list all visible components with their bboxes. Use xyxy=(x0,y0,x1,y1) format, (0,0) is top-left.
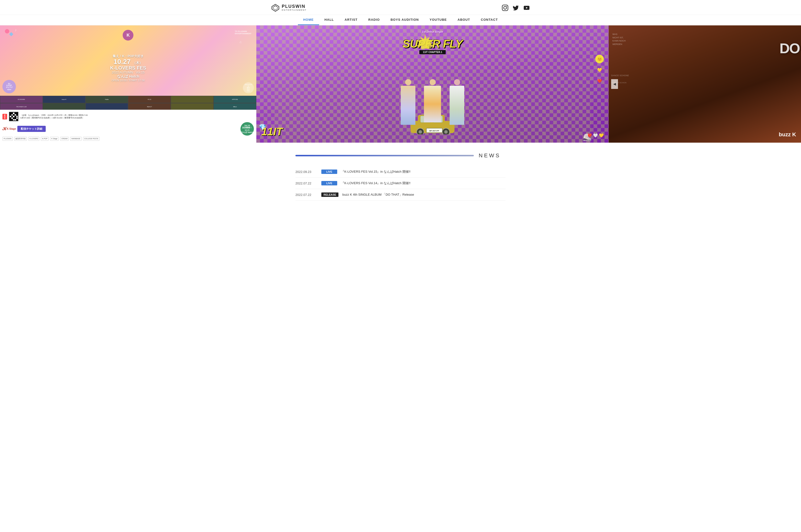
svg-marker-1 xyxy=(273,6,278,10)
main-nav: HOME HALL ARTIST RADIO BOYS AUDITION YOU… xyxy=(0,15,801,25)
twitter-icon[interactable] xyxy=(513,4,519,11)
logo[interactable]: PLUSWIN ENTERTAINMENT xyxy=(271,3,307,12)
artist-thumb-mfect: Mfect xyxy=(213,103,256,110)
sponsor-cream: CREAM xyxy=(60,137,69,141)
sponsor-kpop: K-POP xyxy=(41,137,49,141)
nav-boys-audition[interactable]: BOYS AUDITION xyxy=(385,15,424,25)
nav-radio[interactable]: RADIO xyxy=(363,15,385,25)
new-badge: NEW xyxy=(2,114,7,119)
nav-home[interactable]: HOME xyxy=(298,15,319,25)
news-text-3[interactable]: buzz K 4th SINGLE ALBUM 「DO THAT」Release xyxy=(342,192,414,197)
musicians-area xyxy=(274,61,591,142)
svg-marker-9 xyxy=(416,34,434,49)
svg-line-2 xyxy=(274,6,275,7)
artist-thumb-appose: APPOSE xyxy=(213,96,256,103)
artist-thumb-buzzk: buzz K xyxy=(43,96,86,103)
artist-thumb-react: REACT xyxy=(128,103,171,110)
instagram-icon[interactable] xyxy=(502,4,508,11)
news-item: 2022.09.23 LIVE 『K-LOVERS FES Vol.15』in … xyxy=(295,166,506,177)
sponsor-badge: Sponsoredby建国高等学校 xyxy=(243,82,254,93)
event-info-text: 〈会場〉なんばHatch 〈日時〉2022年 10月27日（木）開場16:00 … xyxy=(20,114,88,116)
smiley-sticker: 😊 xyxy=(595,55,604,63)
chapter-label: 11IT CHAPTER.1 xyxy=(423,51,442,54)
artist-thumb-11 xyxy=(171,103,213,110)
svg-point-6 xyxy=(506,6,507,6)
nav-youtube[interactable]: YOUTUBE xyxy=(424,15,452,25)
news-item: 2022.07.22 LIVE 『K-LOVERS FES Vol.14』in … xyxy=(295,177,506,189)
price-info: S席 ¥7,000（整理番号付き自由席）/ A席 ¥4,000（整理番号付き自由… xyxy=(20,116,88,119)
logo-icon xyxy=(271,3,280,12)
social-icons xyxy=(502,4,530,11)
right-bg: DO WASNICHT IST,KANN NOCHWERDEN DANCE SC… xyxy=(609,25,801,142)
artist-thumb-5 xyxy=(171,96,213,103)
news-tag-2: LIVE xyxy=(321,181,337,185)
site-header: PLUSWIN ENTERTAINMENT HOME HALL AR xyxy=(0,0,801,25)
starburst-icon xyxy=(411,34,440,49)
artist-thumb-flix: FL1X xyxy=(128,96,171,103)
news-tag-1: LIVE xyxy=(321,170,337,174)
nav-contact[interactable]: CONTACT xyxy=(476,15,503,25)
news-date-1: 2022.09.23 xyxy=(295,170,317,174)
sponsor-logos: PLUSWIN 建国高等学校 K-LOVERS K-POP K Stage CR… xyxy=(2,137,254,141)
svg-point-5 xyxy=(504,6,506,9)
youtube-icon[interactable] xyxy=(523,4,530,11)
artist-thumb-fable: Fable xyxy=(86,96,128,103)
banner-right: DO WASNICHT IST,KANN NOCHWERDEN DANCE SC… xyxy=(609,25,801,142)
nav-about[interactable]: ABOUT xyxy=(452,15,476,25)
logo-sub: ENTERTAINMENT xyxy=(282,9,307,12)
sponsor-pluswin: PLUSWIN xyxy=(2,137,13,141)
sponsor-kstage: K Stage xyxy=(50,137,59,141)
logo-brand: PLUSWIN xyxy=(282,4,307,9)
event-venue: なんば Hatch xyxy=(110,74,146,79)
news-text-2[interactable]: 『K-LOVERS FES Vol.14』in なんばHatch 開催!! xyxy=(341,181,411,185)
gem-decoration: 💎 xyxy=(259,124,266,130)
banner-left: ♪ ♫ ▽// PLUSWINENTERTAINMENT K 集え！K－POP大… xyxy=(0,25,256,142)
superfly-inner: 1st Debut Single SUPER FLY 11IT CHAPTER.… xyxy=(256,25,609,142)
banner-center: 1st Debut Single SUPER FLY 11IT CHAPTER.… xyxy=(256,25,609,142)
news-tag-3: RELEASE xyxy=(321,192,338,197)
nav-artist[interactable]: ARTIST xyxy=(339,15,363,25)
event-info: NEW 〈会場〉なんばHatch 〈日時〉2022年 10月27日（木）開場16… xyxy=(0,110,256,142)
news-heading-bar: NEWS xyxy=(295,152,506,159)
debut-label: 1st Debut Single xyxy=(422,30,443,33)
news-date-3: 2022.07.22 xyxy=(295,193,317,197)
buzzk-label: buzz K xyxy=(779,131,796,138)
dj-badge: DJK-POPデビアゲnami xyxy=(2,80,16,93)
carousel-prev-arrow[interactable]: ◄ xyxy=(611,79,618,89)
klovers-banner-top: ♪ ♫ ▽// PLUSWINENTERTAINMENT K 集え！K－POP大… xyxy=(0,25,256,96)
heart-sticker2: ❤️ xyxy=(595,77,604,85)
artist-strip: B.CROWN buzz K Fable FL1X APPOSE THE FAK… xyxy=(0,96,256,110)
nav-hall[interactable]: HALL xyxy=(319,15,339,25)
rollerskate-decoration: ⛸️ xyxy=(582,133,592,141)
news-text-1[interactable]: 『K-LOVERS FES Vol.15』in なんばHatch 開催!! xyxy=(341,170,411,174)
artist-thumb-faker: THE FAKER CLUB xyxy=(0,103,43,110)
graffiti-text: DO xyxy=(780,40,800,56)
event-date: 10.27 （木） xyxy=(110,58,146,65)
artist-thumb-9 xyxy=(86,103,128,110)
svg-rect-4 xyxy=(502,5,508,11)
ticket-button[interactable]: 配信チケット詳細 xyxy=(17,126,46,132)
sponsor-college: COLLEGE FESTA xyxy=(83,137,99,141)
stickers-area: 😊 💛 ❤️ xyxy=(595,55,604,85)
sponsor-school: 建国高等学校 xyxy=(14,137,27,141)
event-name: K-LOVERS FES xyxy=(110,65,146,71)
heart-sticker: 💛 xyxy=(595,66,604,74)
qr-code xyxy=(9,112,18,121)
news-date-2: 2022.07.22 xyxy=(295,182,317,185)
artist-thumb-bcrown: B.CROWN xyxy=(0,96,43,103)
news-item: 2022.07.22 RELEASE buzz K 4th SINGLE ALB… xyxy=(295,189,506,201)
sponsor-mainbase: MAINBASE xyxy=(70,137,81,141)
svg-marker-0 xyxy=(272,4,279,12)
event-year: 2022 AUTUMN Vol.15 xyxy=(110,71,146,74)
next-event-badge: Vol.16 次回開催！ 12.21 なんば Hatch xyxy=(240,122,254,136)
svg-line-3 xyxy=(275,6,277,7)
news-heading: NEWS xyxy=(474,152,506,159)
artist-thumb-8 xyxy=(43,103,86,110)
news-section: NEWS 2022.09.23 LIVE 『K-LOVERS FES Vol.1… xyxy=(291,142,510,208)
event-time: OPEN 16:00 / START 17:00 xyxy=(110,79,146,82)
kstage-logo: 𝒦 K Stage xyxy=(2,126,16,132)
sponsor-klovers: K-LOVERS xyxy=(29,137,39,141)
hero-section: ♪ ♫ ▽// PLUSWINENTERTAINMENT K 集え！K－POP大… xyxy=(0,25,801,142)
superfly-title-area: 1st Debut Single SUPER FLY 11IT CHAPTER.… xyxy=(256,30,609,54)
